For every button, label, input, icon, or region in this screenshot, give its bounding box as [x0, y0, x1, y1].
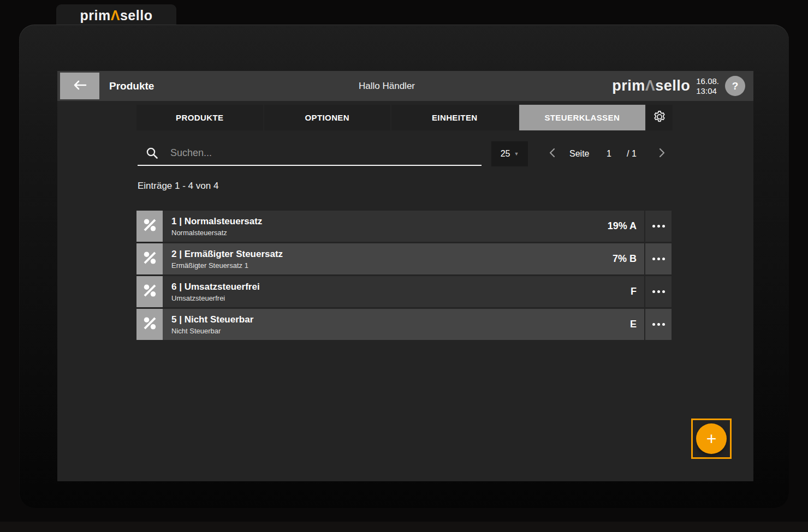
plus-icon: + — [706, 430, 717, 447]
page-current: 1 — [607, 141, 611, 166]
chevron-left-icon — [549, 147, 556, 160]
row-icon-cell — [136, 309, 163, 340]
ellipsis-icon — [662, 323, 665, 326]
logo-lambda-icon: Λ — [111, 8, 120, 23]
row-more-options-button[interactable] — [645, 309, 672, 340]
logo-part2: sello — [655, 77, 690, 94]
tab[interactable]: EINHEITEN — [391, 105, 518, 130]
row-icon-cell — [136, 243, 163, 274]
time-text: 13:04 — [696, 86, 719, 96]
chevron-right-icon — [658, 147, 666, 160]
row-more-options-button[interactable] — [645, 276, 672, 307]
row-subtitle: Umsatzsteuerfrei — [171, 294, 631, 302]
row-more-options-button[interactable] — [645, 211, 672, 242]
row-icon-cell — [136, 211, 163, 242]
row-main: 1 | Normalsteuersatz Normalsteuersatz 19… — [163, 211, 644, 242]
ellipsis-icon — [652, 290, 655, 293]
greeting-text: Hallo Händler — [359, 71, 415, 101]
row-main: 6 | Umsatzsteuerfrei Umsatzsteuerfrei F — [163, 276, 644, 307]
header-right: primΛsello 16.08. 13:04 ? — [612, 71, 753, 101]
settings-button[interactable] — [646, 105, 673, 130]
screen: primΛsello Produkte Hallo Händler primΛs… — [0, 0, 808, 532]
row-title: 6 | Umsatzsteuerfrei — [171, 282, 631, 292]
tax-class-row[interactable]: 5 | Nicht Steuerbar Nicht Steuerbar E — [136, 309, 672, 340]
primasello-logo-header: primΛsello — [612, 77, 690, 94]
row-more-options-button[interactable] — [645, 243, 672, 274]
datetime: 16.08. 13:04 — [696, 76, 719, 96]
page-label: Seite — [569, 141, 589, 166]
gear-icon — [652, 110, 667, 126]
ellipsis-icon — [657, 225, 660, 228]
row-tax-value: F — [631, 286, 644, 297]
tab-label: PRODUKTE — [176, 113, 223, 122]
search-input[interactable] — [169, 147, 482, 159]
content-area: PRODUKTE OPTIONEN EINHEITEN STEUERKLASSE… — [57, 101, 753, 481]
next-page-button[interactable] — [655, 141, 669, 166]
logo-part1: prim — [612, 77, 645, 94]
row-subtitle: Normalsteuersatz — [171, 229, 608, 237]
percent-icon — [142, 316, 157, 333]
question-mark-icon: ? — [732, 80, 739, 92]
add-button[interactable]: + — [696, 423, 727, 454]
page-size-value: 25 — [501, 149, 510, 159]
ellipsis-icon — [652, 258, 655, 260]
row-title: 2 | Ermäßigter Steuersatz — [171, 249, 613, 260]
header-bar: Produkte Hallo Händler primΛsello 16.08.… — [57, 71, 753, 101]
row-texts: 2 | Ermäßigter Steuersatz Ermäßigter Ste… — [163, 249, 613, 270]
tab[interactable]: PRODUKTE — [136, 105, 263, 130]
back-button[interactable] — [60, 73, 99, 99]
entries-summary: Einträge 1 - 4 von 4 — [138, 181, 218, 192]
page-title: Produkte — [109, 80, 154, 92]
page-total: / 1 — [627, 141, 637, 166]
tab-label: OPTIONEN — [305, 113, 349, 122]
row-icon-cell — [136, 276, 163, 307]
row-subtitle: Nicht Steuerbar — [171, 327, 630, 335]
ellipsis-icon — [652, 323, 655, 326]
caret-down-icon: ▼ — [514, 151, 519, 157]
tab-label: STEUERKLASSEN — [544, 113, 620, 122]
percent-icon — [142, 218, 157, 235]
tax-class-row[interactable]: 6 | Umsatzsteuerfrei Umsatzsteuerfrei F — [136, 276, 672, 307]
row-main: 5 | Nicht Steuerbar Nicht Steuerbar E — [163, 309, 644, 340]
ellipsis-icon — [662, 225, 665, 228]
add-button-focus-frame: + — [691, 419, 732, 459]
ellipsis-icon — [662, 258, 665, 260]
app-browser-tab[interactable]: primΛsello — [56, 4, 176, 26]
page-size-dropdown[interactable]: 25 ▼ — [491, 141, 528, 166]
tab-label: EINHEITEN — [432, 113, 478, 122]
date-text: 16.08. — [696, 76, 719, 86]
ellipsis-icon — [657, 258, 660, 260]
row-title: 1 | Normalsteuersatz — [171, 216, 608, 227]
percent-icon — [142, 250, 157, 267]
search-icon — [146, 147, 158, 159]
row-title: 5 | Nicht Steuerbar — [171, 314, 630, 325]
row-texts: 1 | Normalsteuersatz Normalsteuersatz — [163, 216, 608, 237]
tax-class-list: 1 | Normalsteuersatz Normalsteuersatz 19… — [136, 211, 672, 342]
help-button[interactable]: ? — [725, 76, 745, 96]
ellipsis-icon — [657, 323, 660, 326]
row-texts: 5 | Nicht Steuerbar Nicht Steuerbar — [163, 314, 630, 335]
row-tax-value: 19% A — [608, 220, 644, 232]
ellipsis-icon — [662, 290, 665, 293]
tax-class-row[interactable]: 1 | Normalsteuersatz Normalsteuersatz 19… — [136, 211, 672, 242]
ellipsis-icon — [657, 290, 660, 293]
row-tax-value: 7% B — [613, 253, 644, 265]
logo-part2: sello — [120, 8, 152, 23]
tax-class-row[interactable]: 2 | Ermäßigter Steuersatz Ermäßigter Ste… — [136, 243, 672, 274]
tab-bar: PRODUKTE OPTIONEN EINHEITEN STEUERKLASSE… — [136, 105, 673, 130]
search-field — [138, 141, 482, 166]
logo-lambda-icon: Λ — [645, 77, 656, 94]
percent-icon — [142, 283, 157, 300]
logo-part1: prim — [80, 8, 111, 23]
tab[interactable]: STEUERKLASSEN — [519, 105, 646, 130]
tabs: PRODUKTE OPTIONEN EINHEITEN STEUERKLASSE… — [136, 105, 645, 130]
prev-page-button[interactable] — [545, 141, 559, 166]
ellipsis-icon — [652, 225, 655, 228]
bottom-bar — [0, 522, 808, 532]
row-tax-value: E — [630, 319, 644, 330]
row-main: 2 | Ermäßigter Steuersatz Ermäßigter Ste… — [163, 243, 644, 274]
tab[interactable]: OPTIONEN — [264, 105, 391, 130]
row-subtitle: Ermäßigter Steuersatz 1 — [171, 261, 613, 270]
arrow-left-icon — [73, 80, 87, 93]
device-window: Produkte Hallo Händler primΛsello 16.08.… — [19, 25, 789, 508]
